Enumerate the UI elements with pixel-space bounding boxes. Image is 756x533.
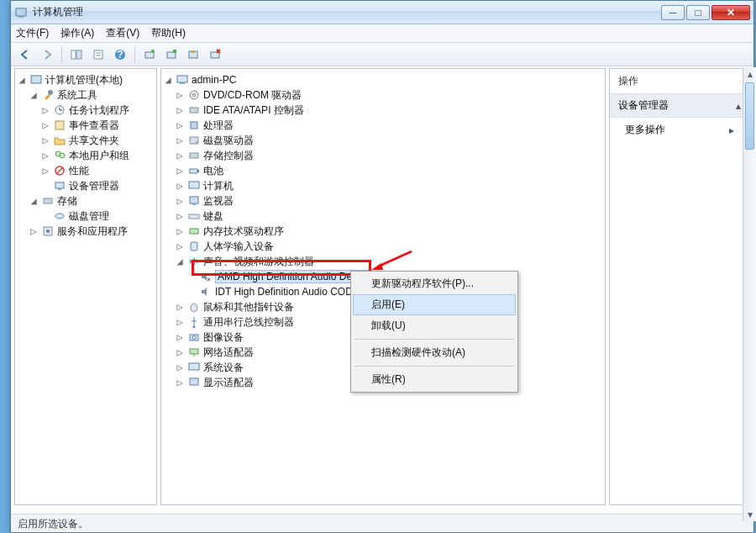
svg-rect-28 (58, 188, 61, 190)
expand-icon[interactable]: ▷ (175, 165, 185, 177)
menu-action[interactable]: 操作(A) (60, 26, 94, 40)
tree-device-manager[interactable]: 设备管理器 (17, 178, 155, 193)
menu-help[interactable]: 帮助(H) (151, 26, 186, 40)
collapse-icon[interactable]: ◢ (163, 74, 173, 86)
device-keyboard[interactable]: ▷键盘 (163, 208, 603, 224)
tree-disk-mgmt[interactable]: 磁盘管理 (17, 208, 155, 224)
menu-view[interactable]: 查看(V) (106, 26, 139, 40)
back-button[interactable] (16, 45, 34, 64)
collapse-icon[interactable]: ▴ (736, 100, 741, 112)
expand-icon[interactable]: ▷ (40, 104, 50, 116)
svg-rect-3 (76, 50, 81, 59)
maximize-button[interactable]: □ (686, 5, 710, 20)
expand-icon[interactable]: ▷ (175, 346, 185, 358)
ctx-update-driver[interactable]: 更新驱动程序软件(P)... (353, 273, 516, 294)
help-button[interactable]: ? (111, 45, 129, 64)
svg-rect-46 (192, 203, 196, 205)
device-monitor[interactable]: ▷监视器 (163, 193, 603, 208)
scroll-up-button[interactable]: ▴ (743, 67, 756, 81)
dvd-icon (187, 88, 201, 102)
device-memory-tech[interactable]: ▷内存技术驱动程序 (163, 224, 603, 239)
device-battery[interactable]: ▷电池 (163, 163, 603, 178)
svg-point-30 (55, 214, 64, 219)
expand-icon[interactable]: ▷ (175, 331, 185, 343)
collapse-icon[interactable]: ◢ (29, 195, 39, 207)
minimize-button[interactable]: ─ (661, 5, 685, 20)
scan-button[interactable] (140, 45, 159, 64)
expand-icon[interactable]: ▷ (175, 240, 185, 252)
expand-icon[interactable]: ▷ (175, 180, 185, 192)
device-storage-ctrl[interactable]: ▷存储控制器 (163, 148, 603, 163)
device-tree-pane[interactable]: ◢admin-PC ▷DVD/CD-ROM 驱动器 ▷IDE ATA/ATAPI… (160, 68, 606, 505)
expand-icon[interactable]: ▷ (40, 119, 50, 131)
expand-icon[interactable]: ▷ (29, 225, 39, 237)
cpu-icon (187, 119, 201, 132)
computer-mgmt-icon (29, 73, 43, 87)
expand-icon[interactable]: ▷ (175, 361, 185, 373)
tree-shared-folders[interactable]: ▷共享文件夹 (17, 133, 155, 148)
collapse-icon[interactable]: ◢ (29, 89, 39, 101)
actions-more[interactable]: 更多操作 ▸ (610, 118, 749, 142)
tree-event-viewer[interactable]: ▷事件查看器 (17, 118, 155, 133)
close-button[interactable]: ✕ (711, 5, 750, 20)
expand-icon[interactable]: ▷ (175, 316, 185, 328)
tree-task-scheduler[interactable]: ▷任务计划程序 (17, 103, 155, 118)
tree-root[interactable]: ◢计算机管理(本地) (17, 72, 155, 87)
svg-rect-17 (31, 76, 41, 83)
forward-button[interactable] (38, 45, 56, 64)
separator (134, 46, 135, 63)
show-hide-tree-button[interactable] (67, 45, 86, 64)
expand-icon[interactable]: ▷ (175, 195, 185, 207)
svg-rect-0 (16, 8, 26, 16)
collapse-icon[interactable]: ◢ (175, 256, 185, 267)
monitor-icon (187, 194, 201, 208)
device-cpu[interactable]: ▷处理器 (163, 118, 603, 133)
ctx-uninstall[interactable]: 卸载(U) (353, 315, 516, 336)
window-title: 计算机管理 (33, 5, 661, 19)
expand-icon[interactable]: ▷ (175, 225, 185, 237)
battery-icon (187, 164, 201, 177)
ctx-scan[interactable]: 扫描检测硬件改动(A) (353, 342, 516, 363)
vertical-scrollbar[interactable]: ▴ ▾ (743, 67, 756, 521)
expand-icon[interactable]: ▷ (40, 135, 50, 146)
svg-rect-54 (190, 349, 198, 354)
computer-icon (176, 73, 189, 87)
tree-storage[interactable]: ◢存储 (17, 193, 155, 208)
expand-icon[interactable]: ▷ (175, 150, 185, 161)
tree-local-users[interactable]: ▷本地用户和组 (17, 148, 155, 163)
titlebar[interactable]: 计算机管理 ─ □ ✕ (11, 1, 753, 24)
properties-button[interactable] (89, 45, 108, 64)
device-computer[interactable]: ▷计算机 (163, 178, 603, 193)
left-tree-pane[interactable]: ◢计算机管理(本地) ◢系统工具 ▷任务计划程序 ▷事件查看器 ▷共享文件夹 ▷… (14, 68, 157, 505)
expand-icon[interactable]: ▷ (175, 377, 185, 388)
menu-separator (354, 339, 514, 340)
tree-services[interactable]: ▷服务和应用程序 (17, 224, 155, 239)
scroll-thumb[interactable] (745, 82, 754, 150)
menu-file[interactable]: 文件(F) (16, 26, 49, 40)
network-icon (187, 346, 201, 359)
update-driver-button[interactable] (184, 45, 202, 64)
hid-icon (187, 240, 201, 253)
device-root[interactable]: ◢admin-PC (163, 72, 603, 87)
expand-icon[interactable]: ▷ (175, 119, 185, 131)
expand-icon[interactable]: ▷ (175, 89, 185, 101)
device-disk-drives[interactable]: ▷磁盘驱动器 (163, 133, 603, 148)
expand-icon[interactable]: ▷ (175, 301, 185, 313)
expand-icon[interactable]: ▷ (175, 135, 185, 146)
expand-icon[interactable]: ▷ (175, 210, 185, 222)
expand-icon[interactable]: ▷ (40, 150, 50, 161)
uninstall-button[interactable] (206, 45, 224, 64)
device-mgr-icon (53, 179, 66, 193)
enable-button[interactable] (162, 45, 181, 64)
tree-system-tools[interactable]: ◢系统工具 (17, 87, 155, 103)
scroll-down-button[interactable]: ▾ (743, 508, 756, 521)
device-dvd[interactable]: ▷DVD/CD-ROM 驱动器 (163, 87, 603, 103)
ctx-enable[interactable]: 启用(E) (353, 294, 516, 315)
expand-icon[interactable]: ▷ (175, 104, 185, 116)
actions-section[interactable]: 设备管理器 ▴ (610, 94, 749, 118)
device-ide[interactable]: ▷IDE ATA/ATAPI 控制器 (163, 103, 603, 118)
tree-performance[interactable]: ▷性能 (17, 163, 155, 178)
expand-icon[interactable]: ▷ (40, 165, 50, 177)
collapse-icon[interactable]: ◢ (17, 74, 27, 86)
ctx-properties[interactable]: 属性(R) (353, 369, 516, 390)
